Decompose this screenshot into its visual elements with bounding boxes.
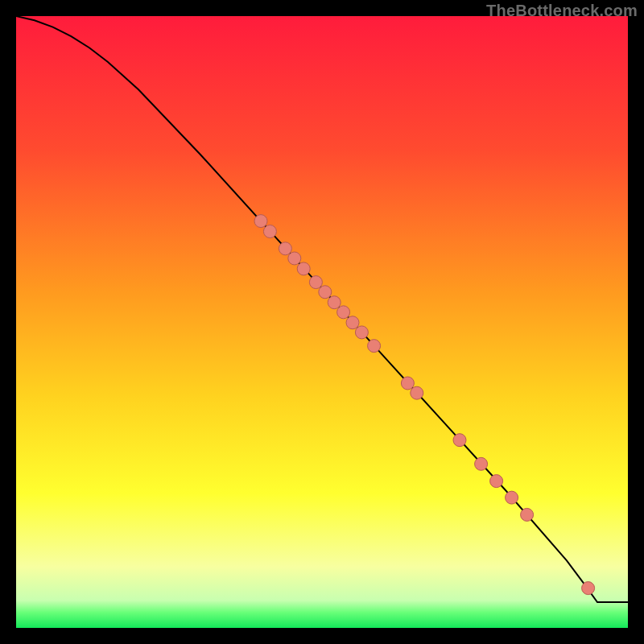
data-point — [328, 296, 341, 309]
data-point — [582, 582, 595, 595]
data-point — [297, 262, 310, 275]
data-point — [521, 508, 534, 521]
watermark-text: TheBottleneck.com — [486, 2, 638, 20]
data-point — [506, 491, 518, 504]
gradient-background — [16, 16, 628, 628]
data-point — [490, 475, 503, 488]
data-point — [309, 276, 322, 289]
data-point — [368, 340, 381, 353]
data-point — [263, 225, 276, 238]
data-point — [401, 377, 414, 390]
data-point — [254, 215, 267, 228]
data-point — [453, 434, 466, 447]
data-point — [319, 286, 332, 299]
data-point — [475, 457, 488, 470]
data-point — [355, 326, 368, 339]
data-point — [288, 252, 301, 265]
data-point — [411, 386, 423, 399]
bottleneck-plot — [16, 16, 628, 628]
data-point — [346, 316, 359, 329]
chart-stage: TheBottleneck.com — [0, 0, 644, 644]
data-point — [279, 242, 291, 255]
data-point — [337, 306, 350, 319]
